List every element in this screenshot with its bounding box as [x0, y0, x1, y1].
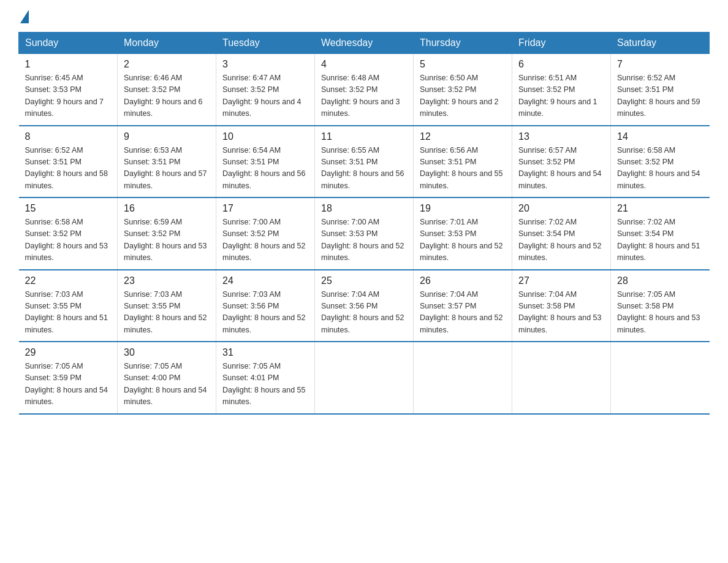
day-cell: 27 Sunrise: 7:04 AMSunset: 3:58 PMDaylig… [512, 270, 611, 342]
day-cell: 26 Sunrise: 7:04 AMSunset: 3:57 PMDaylig… [414, 270, 512, 342]
day-number: 31 [222, 347, 308, 358]
day-number: 6 [518, 59, 604, 70]
day-info: Sunrise: 7:04 AMSunset: 3:57 PMDaylight:… [420, 290, 503, 334]
day-number: 13 [518, 131, 604, 142]
day-info: Sunrise: 6:52 AMSunset: 3:51 PMDaylight:… [617, 74, 700, 118]
day-info: Sunrise: 7:03 AMSunset: 3:55 PMDaylight:… [25, 290, 108, 334]
day-number: 12 [420, 131, 506, 142]
day-info: Sunrise: 7:05 AMSunset: 4:00 PMDaylight:… [124, 362, 207, 406]
day-number: 24 [222, 275, 308, 286]
day-number: 22 [25, 275, 112, 286]
day-number: 20 [518, 203, 604, 214]
logo-triangle-icon [20, 10, 29, 23]
day-number: 29 [25, 347, 112, 358]
col-tuesday: Tuesday [216, 33, 315, 54]
day-cell: 13 Sunrise: 6:57 AMSunset: 3:52 PMDaylig… [512, 126, 611, 198]
day-number: 25 [321, 275, 407, 286]
day-cell: 30 Sunrise: 7:05 AMSunset: 4:00 PMDaylig… [118, 342, 216, 414]
day-info: Sunrise: 6:59 AMSunset: 3:52 PMDaylight:… [124, 218, 207, 262]
day-cell: 8 Sunrise: 6:52 AMSunset: 3:51 PMDayligh… [19, 126, 118, 198]
day-info: Sunrise: 7:05 AMSunset: 3:58 PMDaylight:… [617, 290, 700, 334]
col-friday: Friday [512, 33, 611, 54]
day-info: Sunrise: 6:53 AMSunset: 3:51 PMDaylight:… [124, 146, 207, 190]
day-info: Sunrise: 6:54 AMSunset: 3:51 PMDaylight:… [222, 146, 306, 190]
day-cell: 20 Sunrise: 7:02 AMSunset: 3:54 PMDaylig… [512, 197, 611, 270]
day-info: Sunrise: 6:51 AMSunset: 3:52 PMDaylight:… [518, 74, 597, 118]
day-number: 9 [124, 131, 210, 142]
day-number: 4 [321, 59, 407, 70]
day-info: Sunrise: 6:55 AMSunset: 3:51 PMDaylight:… [321, 146, 404, 190]
day-info: Sunrise: 6:52 AMSunset: 3:51 PMDaylight:… [25, 146, 108, 190]
day-number: 11 [321, 131, 407, 142]
logo [18, 12, 29, 21]
day-cell: 5 Sunrise: 6:50 AMSunset: 3:52 PMDayligh… [414, 54, 512, 126]
day-cell: 14 Sunrise: 6:58 AMSunset: 3:52 PMDaylig… [611, 126, 710, 198]
week-row-1: 1 Sunrise: 6:45 AMSunset: 3:53 PMDayligh… [19, 54, 710, 126]
day-info: Sunrise: 6:47 AMSunset: 3:52 PMDaylight:… [222, 74, 301, 118]
week-row-5: 29 Sunrise: 7:05 AMSunset: 3:59 PMDaylig… [19, 342, 710, 414]
calendar-table: Sunday Monday Tuesday Wednesday Thursday… [18, 32, 710, 415]
day-cell: 29 Sunrise: 7:05 AMSunset: 3:59 PMDaylig… [19, 342, 118, 414]
day-info: Sunrise: 7:04 AMSunset: 3:58 PMDaylight:… [518, 290, 602, 334]
day-cell: 12 Sunrise: 6:56 AMSunset: 3:51 PMDaylig… [414, 126, 512, 198]
day-cell: 28 Sunrise: 7:05 AMSunset: 3:58 PMDaylig… [611, 270, 710, 342]
day-info: Sunrise: 7:05 AMSunset: 4:01 PMDaylight:… [222, 362, 306, 406]
week-row-4: 22 Sunrise: 7:03 AMSunset: 3:55 PMDaylig… [19, 270, 710, 342]
day-info: Sunrise: 7:02 AMSunset: 3:54 PMDaylight:… [518, 218, 602, 262]
day-info: Sunrise: 6:58 AMSunset: 3:52 PMDaylight:… [25, 218, 108, 262]
col-sunday: Sunday [19, 33, 118, 54]
day-cell: 2 Sunrise: 6:46 AMSunset: 3:52 PMDayligh… [118, 54, 216, 126]
day-info: Sunrise: 7:00 AMSunset: 3:52 PMDaylight:… [222, 218, 306, 262]
day-number: 3 [222, 59, 308, 70]
day-number: 18 [321, 203, 407, 214]
day-cell: 31 Sunrise: 7:05 AMSunset: 4:01 PMDaylig… [216, 342, 315, 414]
day-info: Sunrise: 6:48 AMSunset: 3:52 PMDaylight:… [321, 74, 400, 118]
day-cell: 6 Sunrise: 6:51 AMSunset: 3:52 PMDayligh… [512, 54, 611, 126]
day-info: Sunrise: 6:45 AMSunset: 3:53 PMDaylight:… [25, 74, 104, 118]
day-number: 7 [617, 59, 703, 70]
day-info: Sunrise: 7:05 AMSunset: 3:59 PMDaylight:… [25, 362, 108, 406]
day-cell [512, 342, 611, 414]
day-cell: 7 Sunrise: 6:52 AMSunset: 3:51 PMDayligh… [611, 54, 710, 126]
day-number: 8 [25, 131, 112, 142]
day-number: 19 [420, 203, 506, 214]
day-info: Sunrise: 7:02 AMSunset: 3:54 PMDaylight:… [617, 218, 700, 262]
day-cell: 4 Sunrise: 6:48 AMSunset: 3:52 PMDayligh… [315, 54, 414, 126]
day-number: 28 [617, 275, 703, 286]
day-number: 17 [222, 203, 308, 214]
day-cell [611, 342, 710, 414]
day-info: Sunrise: 6:50 AMSunset: 3:52 PMDaylight:… [420, 74, 499, 118]
day-cell: 3 Sunrise: 6:47 AMSunset: 3:52 PMDayligh… [216, 54, 315, 126]
day-info: Sunrise: 6:58 AMSunset: 3:52 PMDaylight:… [617, 146, 700, 190]
day-cell: 19 Sunrise: 7:01 AMSunset: 3:53 PMDaylig… [414, 197, 512, 270]
day-cell: 16 Sunrise: 6:59 AMSunset: 3:52 PMDaylig… [118, 197, 216, 270]
week-row-3: 15 Sunrise: 6:58 AMSunset: 3:52 PMDaylig… [19, 197, 710, 270]
col-wednesday: Wednesday [315, 33, 414, 54]
day-cell: 17 Sunrise: 7:00 AMSunset: 3:52 PMDaylig… [216, 197, 315, 270]
day-cell: 11 Sunrise: 6:55 AMSunset: 3:51 PMDaylig… [315, 126, 414, 198]
day-cell: 24 Sunrise: 7:03 AMSunset: 3:56 PMDaylig… [216, 270, 315, 342]
day-number: 5 [420, 59, 506, 70]
col-saturday: Saturday [611, 33, 710, 54]
day-number: 16 [124, 203, 210, 214]
day-number: 21 [617, 203, 703, 214]
day-cell: 21 Sunrise: 7:02 AMSunset: 3:54 PMDaylig… [611, 197, 710, 270]
day-number: 2 [124, 59, 210, 70]
day-info: Sunrise: 7:01 AMSunset: 3:53 PMDaylight:… [420, 218, 503, 262]
day-number: 15 [25, 203, 112, 214]
col-monday: Monday [118, 33, 216, 54]
day-info: Sunrise: 7:00 AMSunset: 3:53 PMDaylight:… [321, 218, 404, 262]
day-number: 27 [518, 275, 604, 286]
day-info: Sunrise: 7:04 AMSunset: 3:56 PMDaylight:… [321, 290, 404, 334]
header-row: Sunday Monday Tuesday Wednesday Thursday… [19, 33, 710, 54]
day-info: Sunrise: 7:03 AMSunset: 3:56 PMDaylight:… [222, 290, 306, 334]
day-number: 14 [617, 131, 703, 142]
day-cell [315, 342, 414, 414]
day-cell [414, 342, 512, 414]
week-row-2: 8 Sunrise: 6:52 AMSunset: 3:51 PMDayligh… [19, 126, 710, 198]
header [18, 12, 710, 21]
day-number: 1 [25, 59, 112, 70]
day-info: Sunrise: 7:03 AMSunset: 3:55 PMDaylight:… [124, 290, 207, 334]
day-cell: 22 Sunrise: 7:03 AMSunset: 3:55 PMDaylig… [19, 270, 118, 342]
day-cell: 23 Sunrise: 7:03 AMSunset: 3:55 PMDaylig… [118, 270, 216, 342]
